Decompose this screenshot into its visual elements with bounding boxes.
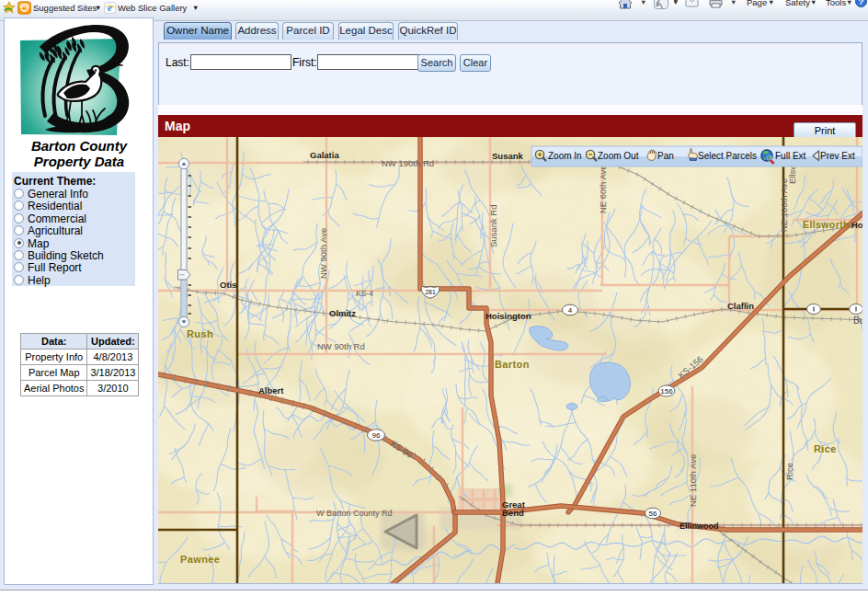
svg-text:NE 60th Ave: NE 60th Ave bbox=[598, 165, 608, 213]
svg-text:Full Ext: Full Ext bbox=[775, 151, 806, 161]
svg-text:Pawnee: Pawnee bbox=[180, 554, 220, 565]
svg-text:Zoom In: Zoom In bbox=[548, 151, 582, 161]
svg-text:Ellinwood: Ellinwood bbox=[680, 522, 719, 531]
svg-text:NW 90th Rd: NW 90th Rd bbox=[317, 341, 365, 351]
svg-text:NE 110th Ave: NE 110th Ave bbox=[688, 454, 698, 507]
svg-text:W Barton County Rd: W Barton County Rd bbox=[316, 509, 393, 518]
svg-text:281: 281 bbox=[425, 289, 436, 295]
svg-text:?: ? bbox=[859, 0, 864, 6]
svg-text:Pan: Pan bbox=[657, 151, 674, 161]
svg-text:Prev Ext: Prev Ext bbox=[820, 151, 855, 161]
svg-text:Albert: Albert bbox=[258, 385, 284, 395]
svg-text:Olmitz: Olmitz bbox=[329, 308, 356, 318]
svg-text:Barton: Barton bbox=[495, 359, 530, 370]
svg-text:Otis: Otis bbox=[220, 280, 236, 290]
svg-text:KS-4: KS-4 bbox=[356, 289, 373, 298]
svg-text:Bus: Bus bbox=[853, 315, 862, 326]
svg-text:56: 56 bbox=[649, 510, 657, 518]
svg-text:Susank: Susank bbox=[492, 151, 524, 161]
svg-text:Rice: Rice bbox=[814, 443, 837, 454]
svg-text:Ho: Ho bbox=[851, 220, 862, 230]
svg-text:4: 4 bbox=[568, 306, 573, 315]
svg-text:e: e bbox=[108, 2, 112, 13]
svg-text:Rush: Rush bbox=[187, 328, 213, 339]
svg-text:NW 190th Rd: NW 190th Rd bbox=[382, 158, 434, 168]
svg-text:Galatia: Galatia bbox=[310, 150, 339, 160]
svg-text:NW 90th Ave: NW 90th Ave bbox=[318, 228, 328, 279]
svg-text:156: 156 bbox=[660, 387, 673, 395]
svg-text:96: 96 bbox=[372, 431, 381, 440]
svg-text:Rice: Rice bbox=[784, 463, 794, 480]
svg-text:Susank Rd: Susank Rd bbox=[488, 205, 498, 247]
svg-text:Hoisington: Hoisington bbox=[485, 311, 531, 321]
svg-text:Bend: Bend bbox=[502, 508, 524, 518]
svg-text:Claflin: Claflin bbox=[727, 301, 754, 311]
svg-text:NE 100th Ave: NE 100th Ave bbox=[779, 178, 789, 232]
svg-text:Select Parcels: Select Parcels bbox=[698, 151, 757, 161]
svg-text:Zoom Out: Zoom Out bbox=[598, 151, 639, 161]
svg-text:Ellsworth: Ellsworth bbox=[803, 219, 850, 230]
